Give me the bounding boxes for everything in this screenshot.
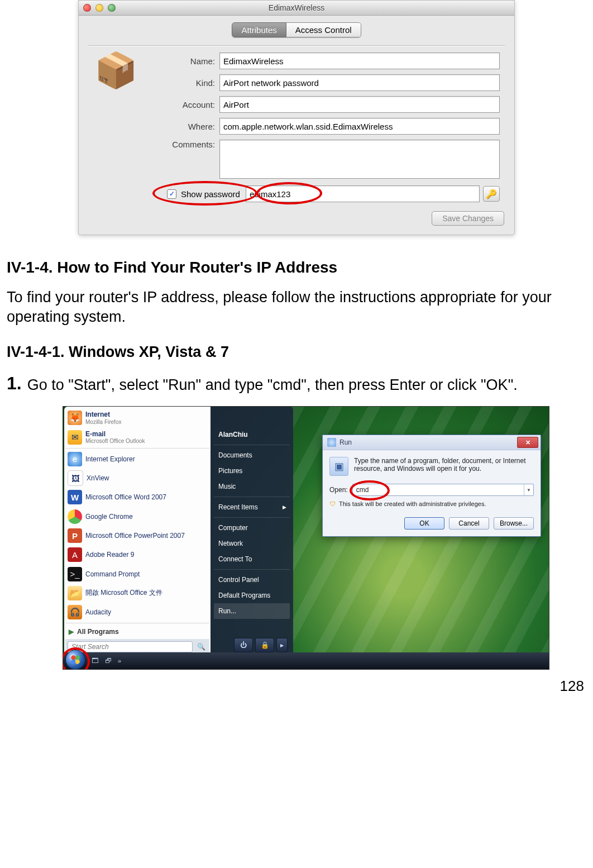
cancel-button[interactable]: Cancel [449, 517, 489, 530]
mac-titlebar[interactable]: EdimaxWireless [79, 1, 514, 16]
start-item-label: Microsoft Office PowerPoint 2007 [85, 532, 185, 540]
chrome-icon [68, 509, 82, 524]
sm-run[interactable]: Run... [214, 603, 290, 619]
close-icon: ✕ [525, 439, 530, 446]
start-item-adobe[interactable]: A Adobe Reader 9 [65, 545, 209, 564]
sm-recent-items[interactable]: Recent Items▶ [214, 499, 290, 515]
start-item-cmd[interactable]: >_ Command Prompt [65, 564, 209, 583]
label-name: Name: [132, 56, 215, 66]
ok-button[interactable]: OK [404, 517, 444, 530]
run-priv-text: This task will be created with administr… [339, 500, 486, 507]
power-buttons: ⏻ 🔒 ▸ [232, 636, 290, 655]
powerpoint-icon: P [68, 528, 82, 543]
show-password-checkbox[interactable]: ✓ [167, 189, 176, 199]
password-assistant-button[interactable]: 🔑 [483, 186, 500, 202]
sm-pictures[interactable]: Pictures [214, 463, 290, 479]
comments-field[interactable] [219, 140, 500, 179]
word-icon: W [68, 490, 82, 504]
power-button[interactable]: ⏻ [234, 638, 253, 652]
start-item-label: Adobe Reader 9 [85, 551, 134, 559]
adobe-reader-icon: A [68, 547, 82, 562]
key-icon: 🔑 [486, 189, 497, 199]
start-item-office-open[interactable]: 📂 開啟 Microsoft Office 文件 [65, 584, 209, 603]
sm-user[interactable]: AlanChiu [214, 427, 290, 442]
close-icon[interactable] [83, 4, 91, 12]
outlook-icon: ✉ [68, 430, 82, 445]
lock-button[interactable]: 🔒 [255, 638, 274, 652]
account-field[interactable] [219, 96, 500, 113]
attributes-panel: Name: Kind: Account: Where: Comments: ✓ [88, 45, 505, 206]
arrow-right-icon: ▶ [69, 628, 74, 636]
open-value: cmd [353, 486, 372, 494]
browse-button[interactable]: Browse... [494, 517, 534, 530]
xnview-icon: 🖼 [68, 470, 83, 486]
start-item-chrome[interactable]: Google Chrome [65, 507, 209, 526]
password-field[interactable] [246, 185, 480, 202]
power-icon: ⏻ [240, 641, 247, 649]
power-options-button[interactable]: ▸ [276, 638, 288, 652]
sm-music[interactable]: Music [214, 479, 290, 494]
start-item-sub: Mozilla Firefox [85, 419, 121, 425]
window-controls [83, 4, 116, 12]
start-item-label: Microsoft Office Word 2007 [85, 493, 166, 501]
kind-field[interactable] [219, 74, 500, 91]
start-item-ie[interactable]: e Internet Explorer [65, 450, 209, 469]
start-item-xnview[interactable]: 🖼 XnView [65, 469, 209, 488]
app-icon: 📦 [94, 50, 137, 90]
tab-bar: Attributes Access Control [79, 22, 514, 37]
chevron-right-icon: ▶ [283, 504, 286, 510]
start-menu-left: 🦊 Internet Mozilla Firefox ✉ E-mail Micr… [64, 407, 211, 655]
start-item-email[interactable]: ✉ E-mail Microsoft Office Outlook [65, 428, 209, 447]
shield-icon: 🛡 [329, 500, 336, 507]
run-program-icon: ▣ [329, 457, 348, 476]
sm-network[interactable]: Network [214, 536, 290, 551]
save-changes-button[interactable]: Save Changes [432, 211, 504, 226]
sm-control-panel[interactable]: Control Panel [214, 572, 290, 588]
chevron-down-icon[interactable]: ▼ [524, 484, 533, 495]
name-field[interactable] [219, 53, 500, 69]
start-item-sub: Microsoft Office Outlook [85, 438, 145, 444]
taskbar-overflow[interactable]: » [118, 657, 121, 664]
start-item-powerpoint[interactable]: P Microsoft Office PowerPoint 2007 [65, 526, 209, 545]
run-titlebar[interactable]: Run ✕ [323, 435, 541, 450]
run-icon [327, 438, 336, 447]
zoom-icon[interactable] [108, 4, 116, 12]
quicklaunch-icon[interactable]: 🗗 [102, 655, 114, 667]
start-item-label: Audacity [85, 608, 111, 616]
cmd-icon: >_ [68, 567, 82, 581]
start-item-word[interactable]: W Microsoft Office Word 2007 [65, 488, 209, 507]
start-item-label: 開啟 Microsoft Office 文件 [85, 588, 162, 598]
start-button[interactable] [65, 650, 85, 670]
run-dialog: Run ✕ ▣ Type the name of a program, fold… [322, 435, 541, 537]
window-title: EdimaxWireless [79, 3, 514, 12]
start-item-label: Internet [85, 411, 121, 418]
sm-documents[interactable]: Documents [214, 447, 290, 463]
step-1-text: Go to "Start", select "Run" and type "cm… [27, 373, 518, 395]
step-1-number: 1. [7, 373, 22, 394]
all-programs[interactable]: ▶ All Programs [65, 624, 209, 639]
minimize-icon[interactable] [95, 4, 103, 12]
sm-computer[interactable]: Computer [214, 520, 290, 536]
all-programs-label: All Programs [77, 628, 119, 636]
tab-access-control[interactable]: Access Control [286, 22, 361, 37]
taskbar[interactable]: 🗔 🗗 » [63, 652, 549, 669]
label-where: Where: [132, 122, 215, 131]
start-menu: 🦊 Internet Mozilla Firefox ✉ E-mail Micr… [64, 407, 293, 655]
start-item-audacity[interactable]: 🎧 Audacity [65, 603, 209, 622]
sm-default-programs[interactable]: Default Programs [214, 588, 290, 603]
open-combobox[interactable]: cmd ▼ [352, 484, 534, 496]
page-number: 128 [0, 670, 593, 695]
chevron-right-icon: ▸ [280, 641, 284, 649]
show-password-label: Show password [181, 189, 240, 199]
quicklaunch-icon[interactable]: 🗔 [89, 655, 101, 667]
start-search-input[interactable] [68, 641, 193, 652]
close-button[interactable]: ✕ [517, 437, 538, 448]
where-field[interactable] [219, 118, 500, 135]
heading-iv-1-4-1: IV-1-4-1. Windows XP, Vista & 7 [7, 344, 586, 361]
search-icon[interactable]: 🔍 [195, 641, 207, 652]
sm-connect-to[interactable]: Connect To [214, 551, 290, 567]
firefox-icon: 🦊 [68, 411, 82, 425]
tab-attributes[interactable]: Attributes [232, 22, 286, 37]
lock-icon: 🔒 [261, 641, 269, 649]
start-item-internet[interactable]: 🦊 Internet Mozilla Firefox [65, 408, 209, 427]
